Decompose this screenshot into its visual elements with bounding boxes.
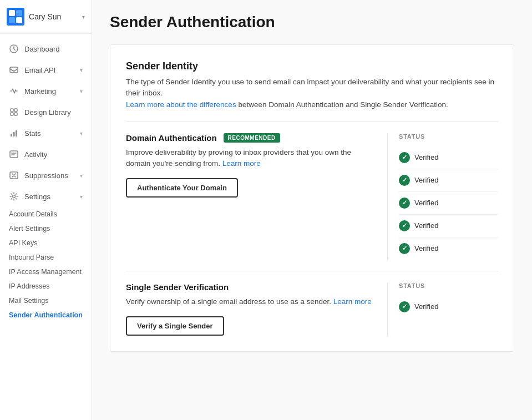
svg-rect-3 <box>9 17 15 23</box>
sidebar-item-email-api[interactable]: Email API ▾ <box>0 59 92 80</box>
sidebar-item-alert-settings[interactable]: Alert Settings <box>0 221 92 236</box>
sidebar-item-design-library[interactable]: Design Library <box>0 102 92 123</box>
status-row: Verified <box>399 192 498 215</box>
svg-rect-8 <box>14 109 17 112</box>
single-sender-learn-more-link[interactable]: Learn more <box>333 297 372 306</box>
status-text: Verified <box>414 153 438 161</box>
domain-auth-title: Domain Authentication <box>126 133 217 143</box>
single-sender-desc: Verify ownership of a single email addre… <box>126 296 376 307</box>
chevron-icon: ▾ <box>80 173 83 179</box>
status-text: Verified <box>414 176 438 184</box>
recommended-badge: RECOMMENDED <box>224 133 280 143</box>
status-row: Verified <box>399 296 498 318</box>
sidebar-item-label: Activity <box>24 150 83 159</box>
single-sender-left: Single Sender Verification Verify owners… <box>126 282 387 336</box>
status-row: Verified <box>399 146 498 169</box>
sidebar-item-inbound-parse[interactable]: Inbound Parse <box>0 250 92 265</box>
section-divider <box>126 122 498 122</box>
svg-rect-7 <box>11 109 13 112</box>
single-sender-title: Single Sender Verification <box>126 282 229 292</box>
sidebar: Cary Sun ▾ Dashboard Email API ▾ <box>0 0 92 420</box>
svg-rect-13 <box>16 130 17 136</box>
sidebar-item-sender-authentication[interactable]: Sender Authentication <box>0 308 92 322</box>
status-row: Verified <box>399 237 498 260</box>
status-text: Verified <box>414 199 438 207</box>
verified-icon <box>399 175 410 186</box>
verified-icon <box>399 152 410 163</box>
sidebar-item-label: Dashboard <box>24 45 83 53</box>
svg-rect-10 <box>14 113 17 115</box>
chevron-icon: ▾ <box>80 88 83 94</box>
verified-icon <box>399 243 410 254</box>
sender-identity-card: Sender Identity The type of Sender Ident… <box>110 44 514 352</box>
status-text: Verified <box>414 244 438 252</box>
settings-icon <box>9 191 19 201</box>
domain-auth-status-header: STATUS <box>399 133 498 140</box>
dashboard-icon <box>9 44 19 54</box>
sidebar-item-suppressions[interactable]: Suppressions ▾ <box>0 165 92 186</box>
sidebar-item-label: Email API <box>24 66 80 74</box>
chevron-icon: ▾ <box>80 194 83 200</box>
sidebar-item-account-details[interactable]: Account Details <box>0 207 92 221</box>
user-name: Cary Sun <box>29 12 82 21</box>
sidebar-item-label: Stats <box>24 129 80 138</box>
email-api-icon <box>9 65 19 75</box>
domain-auth-header: Domain Authentication RECOMMENDED <box>126 133 376 143</box>
svg-rect-11 <box>11 134 12 136</box>
svg-rect-4 <box>16 17 22 23</box>
status-text: Verified <box>414 221 438 230</box>
domain-auth-left: Domain Authentication RECOMMENDED Improv… <box>126 133 387 260</box>
sidebar-item-settings[interactable]: Settings ▾ <box>0 186 92 207</box>
stats-icon <box>9 128 19 138</box>
svg-point-16 <box>13 195 16 198</box>
svg-rect-1 <box>9 10 15 16</box>
sidebar-nav: Dashboard Email API ▾ Marketing ▾ <box>0 34 92 420</box>
sidebar-item-mail-settings[interactable]: Mail Settings <box>0 294 92 308</box>
domain-auth-section: Domain Authentication RECOMMENDED Improv… <box>126 133 498 260</box>
learn-more-link[interactable]: Learn more about the differences <box>126 100 236 109</box>
sidebar-item-marketing[interactable]: Marketing ▾ <box>0 80 92 102</box>
verify-single-sender-button[interactable]: Verify a Single Sender <box>126 316 224 336</box>
sidebar-item-label: Suppressions <box>24 171 80 180</box>
sidebar-item-label: Design Library <box>24 108 83 117</box>
status-row: Verified <box>399 215 498 237</box>
single-sender-header: Single Sender Verification <box>126 282 376 292</box>
svg-rect-12 <box>13 132 15 136</box>
sidebar-item-stats[interactable]: Stats ▾ <box>0 123 92 144</box>
design-library-icon <box>9 107 19 117</box>
svg-rect-2 <box>16 10 22 16</box>
verified-icon <box>399 198 410 209</box>
single-sender-section: Single Sender Verification Verify owners… <box>126 282 498 336</box>
domain-auth-learn-more-link[interactable]: Learn more <box>222 159 261 168</box>
sidebar-item-ip-access-management[interactable]: IP Access Management <box>0 265 92 279</box>
domain-auth-status: STATUS Verified Verified Verified Verifi… <box>387 133 498 260</box>
activity-icon <box>9 149 19 159</box>
suppressions-icon <box>9 170 19 180</box>
sidebar-item-activity[interactable]: Activity <box>0 144 92 165</box>
sidebar-item-dashboard[interactable]: Dashboard <box>0 38 92 59</box>
sender-identity-desc: The type of Sender Identity you use to s… <box>126 77 498 110</box>
verified-icon <box>399 301 410 312</box>
svg-rect-14 <box>10 151 18 158</box>
marketing-icon <box>9 86 19 96</box>
status-text: Verified <box>414 302 438 311</box>
sidebar-item-api-keys[interactable]: API Keys <box>0 236 92 250</box>
page-title: Sender Authentication <box>110 13 514 31</box>
main-content: Sender Authentication Sender Identity Th… <box>92 0 532 420</box>
chevron-icon: ▾ <box>80 130 83 136</box>
sender-identity-title: Sender Identity <box>126 60 498 72</box>
domain-auth-desc: Improve deliverability by proving to inb… <box>126 147 376 170</box>
user-chevron-icon: ▾ <box>82 14 85 20</box>
verified-icon <box>399 220 410 231</box>
single-sender-status-header: STATUS <box>399 282 498 289</box>
sidebar-item-label: Settings <box>24 193 80 201</box>
settings-submenu: Account Details Alert Settings API Keys … <box>0 207 92 322</box>
user-profile[interactable]: Cary Sun ▾ <box>0 0 92 34</box>
authenticate-domain-button[interactable]: Authenticate Your Domain <box>126 178 238 198</box>
sidebar-item-ip-addresses[interactable]: IP Addresses <box>0 279 92 294</box>
status-row: Verified <box>399 169 498 192</box>
avatar <box>7 8 24 26</box>
single-sender-status: STATUS Verified <box>387 282 498 336</box>
svg-rect-9 <box>11 113 13 115</box>
link-suffix: between Domain Authentication and Single… <box>238 100 448 109</box>
